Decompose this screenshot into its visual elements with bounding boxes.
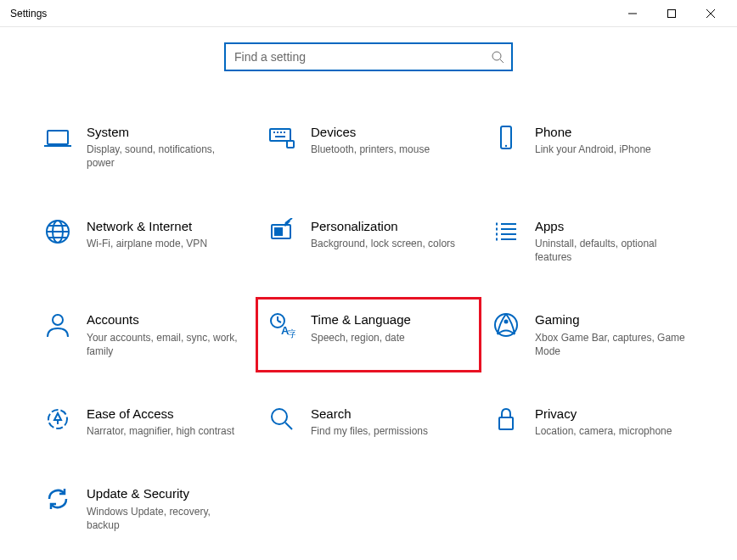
tile-text: DevicesBluetooth, printers, mouse xyxy=(311,124,430,156)
tile-text: PhoneLink your Android, iPhone xyxy=(535,124,651,156)
lock-icon xyxy=(492,406,520,433)
update-icon xyxy=(44,485,71,512)
laptop-icon xyxy=(44,124,71,151)
tile-update[interactable]: Update & SecurityWindows Update, recover… xyxy=(41,480,248,537)
tile-desc: Windows Update, recovery, backup xyxy=(87,505,239,532)
tile-text: Time & LanguageSpeech, region, date xyxy=(311,311,411,344)
gaming-icon xyxy=(492,311,520,339)
apps-icon xyxy=(492,218,520,245)
tile-title: Ease of Access xyxy=(87,406,234,423)
tile-system[interactable]: SystemDisplay, sound, notifications, pow… xyxy=(41,119,248,176)
search-input[interactable] xyxy=(233,49,491,64)
tile-title: System xyxy=(87,124,239,141)
keyboard-icon xyxy=(268,124,295,151)
window-controls xyxy=(613,0,730,26)
tile-gaming[interactable]: GamingXbox Game Bar, captures, Game Mode xyxy=(489,306,696,363)
minimize-button[interactable] xyxy=(613,0,652,27)
magnify-icon xyxy=(268,406,295,433)
svg-point-4 xyxy=(492,52,501,60)
tile-desc: Location, camera, microphone xyxy=(535,424,672,438)
tile-title: Accounts xyxy=(87,311,239,328)
tile-accounts[interactable]: AccountsYour accounts, email, sync, work… xyxy=(41,306,248,363)
tile-phone[interactable]: PhoneLink your Android, iPhone xyxy=(489,119,696,176)
maximize-icon xyxy=(667,9,676,18)
person-icon xyxy=(44,311,71,339)
tile-ease-of-access[interactable]: Ease of AccessNarrator, magnifier, high … xyxy=(41,400,248,443)
tile-text: Network & InternetWi-Fi, airplane mode, … xyxy=(87,218,207,250)
tile-title: Privacy xyxy=(535,406,672,423)
tile-title: Update & Security xyxy=(87,485,239,502)
tile-desc: Wi-Fi, airplane mode, VPN xyxy=(87,237,207,250)
tile-search-tile[interactable]: SearchFind my files, permissions xyxy=(265,400,472,443)
ease-icon xyxy=(44,406,71,433)
settings-grid: SystemDisplay, sound, notifications, pow… xyxy=(0,71,737,557)
tile-privacy[interactable]: PrivacyLocation, camera, microphone xyxy=(489,400,696,443)
tile-desc: Background, lock screen, colors xyxy=(311,237,455,250)
tile-desc: Your accounts, email, sync, work, family xyxy=(87,331,239,358)
tile-apps[interactable]: AppsUninstall, defaults, optional featur… xyxy=(489,213,696,270)
tile-desc: Display, sound, notifications, power xyxy=(87,143,239,170)
time-lang-icon xyxy=(268,311,295,339)
minimize-icon xyxy=(628,9,637,18)
tile-desc: Bluetooth, printers, mouse xyxy=(311,143,430,156)
tile-desc: Xbox Game Bar, captures, Game Mode xyxy=(535,331,688,358)
tile-network[interactable]: Network & InternetWi-Fi, airplane mode, … xyxy=(41,213,248,270)
tile-title: Network & Internet xyxy=(87,218,207,235)
tile-time-language[interactable]: Time & LanguageSpeech, region, date xyxy=(265,306,472,363)
tile-title: Search xyxy=(311,406,428,423)
search-icon xyxy=(491,50,504,64)
tile-title: Apps xyxy=(535,218,688,235)
tile-text: PersonalizationBackground, lock screen, … xyxy=(311,218,455,250)
tile-text: SystemDisplay, sound, notifications, pow… xyxy=(87,124,239,171)
paint-icon xyxy=(268,218,295,245)
tile-title: Personalization xyxy=(311,218,455,235)
tile-text: Update & SecurityWindows Update, recover… xyxy=(87,485,239,532)
tile-title: Devices xyxy=(311,124,430,141)
titlebar: Settings xyxy=(0,0,737,27)
tile-text: PrivacyLocation, camera, microphone xyxy=(535,406,672,438)
search-container xyxy=(0,42,737,71)
tile-desc: Uninstall, defaults, optional features xyxy=(535,237,688,264)
close-icon xyxy=(706,9,715,18)
tile-desc: Narrator, magnifier, high contrast xyxy=(87,424,234,438)
tile-text: GamingXbox Game Bar, captures, Game Mode xyxy=(535,311,688,358)
tile-devices[interactable]: DevicesBluetooth, printers, mouse xyxy=(265,119,472,176)
tile-title: Gaming xyxy=(535,311,688,328)
tile-desc: Link your Android, iPhone xyxy=(535,143,651,156)
window-title: Settings xyxy=(7,8,613,20)
tile-text: SearchFind my files, permissions xyxy=(311,406,428,438)
tile-title: Phone xyxy=(535,124,651,141)
tile-desc: Speech, region, date xyxy=(311,331,411,344)
close-button[interactable] xyxy=(691,0,730,27)
maximize-button[interactable] xyxy=(652,0,691,27)
svg-rect-1 xyxy=(668,10,676,18)
search-box[interactable] xyxy=(224,42,513,71)
tile-title: Time & Language xyxy=(311,311,411,328)
tile-personalization[interactable]: PersonalizationBackground, lock screen, … xyxy=(265,213,472,270)
tile-text: Ease of AccessNarrator, magnifier, high … xyxy=(87,406,234,438)
phone-icon xyxy=(492,124,520,151)
tile-text: AccountsYour accounts, email, sync, work… xyxy=(87,311,239,358)
tile-desc: Find my files, permissions xyxy=(311,424,428,438)
tile-text: AppsUninstall, defaults, optional featur… xyxy=(535,218,688,265)
svg-line-5 xyxy=(500,59,504,63)
globe-icon xyxy=(44,218,71,245)
